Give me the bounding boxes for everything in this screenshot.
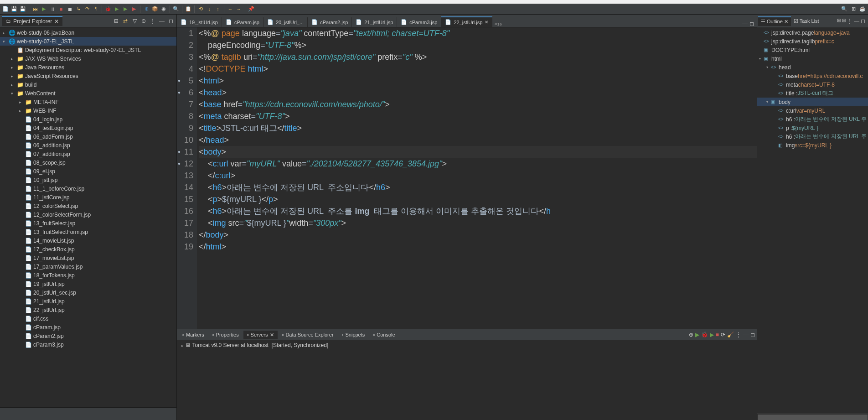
tree-item[interactable]: 📄10_jstl.jsp xyxy=(0,176,176,184)
server-clean-icon[interactable]: 🧹 xyxy=(727,332,734,338)
editor-tab[interactable]: 📄cParam2.jsp xyxy=(308,17,352,27)
code-line[interactable]: <h6>아래는 변수에 저장된 URL 주소입니다</h6> xyxy=(199,181,757,193)
outline-item[interactable]: <>h6 : 아래는 변수에 저장된 URL 주 xyxy=(757,115,868,124)
tree-item[interactable]: 📄18_forTokens.jsp xyxy=(0,271,176,280)
code-line[interactable]: <img src="${myURL }"width="300px"> xyxy=(199,217,757,229)
type-icon[interactable]: ◉ xyxy=(160,5,167,13)
tasklist-tab[interactable]: ☑ Task List xyxy=(791,17,822,26)
code-line[interactable]: </head> xyxy=(199,134,757,146)
tree-item[interactable]: ▸📁JavaScript Resources xyxy=(0,72,176,80)
debug-stop-icon[interactable]: ■ xyxy=(57,5,65,13)
tree-item[interactable]: 📄06_addition.jsp xyxy=(0,141,176,150)
editor-tab[interactable]: 📄22_jstlUrl.jsp✕ xyxy=(441,16,492,27)
tree-item[interactable]: ▸📁build xyxy=(0,80,176,89)
outline-item[interactable]: <>jsp:directive.taglib prefix=c xyxy=(757,37,868,46)
code-line[interactable]: <body> xyxy=(199,146,757,158)
outline-item[interactable]: ▣DOCTYPE:html xyxy=(757,46,868,54)
outline-item[interactable]: ▾▣body xyxy=(757,98,868,106)
project-item[interactable]: ▾🌐web-study-07-EL_JSTL xyxy=(0,37,176,46)
tree-item[interactable]: 📄11_jstlCore.jsp xyxy=(0,193,176,202)
bottom-tab[interactable]: ▫Console xyxy=(369,331,398,339)
server-publish-icon[interactable]: ⟳ xyxy=(721,332,725,338)
tree-item[interactable]: 📄13_fruitSelectForm.jsp xyxy=(0,228,176,236)
new-server-icon[interactable]: ⊕ xyxy=(143,5,150,13)
maximize-icon[interactable]: ◻ xyxy=(167,17,175,25)
close-icon[interactable]: ✕ xyxy=(54,18,59,25)
search-icon[interactable]: 🔍 xyxy=(172,5,180,13)
save-all-icon[interactable]: 💾 xyxy=(19,5,26,13)
server-list[interactable]: ▸ 🖥 Tomcat v9.0 Server at localhost [Sta… xyxy=(177,340,757,350)
close-icon[interactable]: ✕ xyxy=(784,19,788,25)
code-line[interactable]: <h6>아래는 변수에 저장된 URL 주소를 img 태그를 이용해서 이미지… xyxy=(199,205,757,217)
tree-item[interactable]: ▸📁WEB-INF xyxy=(0,106,176,115)
tree-item[interactable]: 📄cif.css xyxy=(0,314,176,323)
minimize-icon[interactable]: — xyxy=(158,17,165,25)
server-stop-icon[interactable]: ■ xyxy=(716,332,719,338)
debug-disconnect-icon[interactable]: ⏹ xyxy=(66,5,73,13)
debug-resume-icon[interactable]: ▶ xyxy=(40,5,47,13)
tabs-overflow[interactable]: »₃₉ xyxy=(494,21,502,27)
outline-item[interactable]: <>jsp:directive.page language=java xyxy=(757,28,868,37)
package-icon[interactable]: 📦 xyxy=(151,5,159,13)
code-line[interactable]: <head> xyxy=(199,87,757,99)
outline-item[interactable]: <>title : JSTL-curl 태그 xyxy=(757,89,868,98)
tree-item[interactable]: 📄20_jstlUrl_sec.jsp xyxy=(0,288,176,297)
code-line[interactable]: </c:url> xyxy=(199,170,757,181)
outline-item[interactable]: ▾▣html xyxy=(757,54,868,63)
code-line[interactable]: pageEncoding="UTF-8"%> xyxy=(199,39,757,51)
link-editor-icon[interactable]: ⇄ xyxy=(122,17,129,25)
code-line[interactable]: <!DOCTYPE html> xyxy=(199,63,757,75)
tree-item[interactable]: 📄06_addForm.jsp xyxy=(0,132,176,141)
outline-item[interactable]: ▾<>head xyxy=(757,63,868,72)
code-line[interactable]: <meta charset="UTF-8"> xyxy=(199,110,757,122)
tree-item[interactable]: ▾📁WebContent xyxy=(0,89,176,98)
tree-item[interactable]: 📄13_fruitSelect.jsp xyxy=(0,219,176,228)
code-line[interactable]: <%@ page language="java" contentType="te… xyxy=(199,27,757,39)
editor-tab[interactable]: 📄cParam.jsp xyxy=(222,17,264,27)
tree-item[interactable]: ▸📁META-INF xyxy=(0,98,176,106)
pin-icon[interactable]: 📌 xyxy=(248,5,255,13)
code-area[interactable]: <%@ page language="java" contentType="te… xyxy=(197,27,757,329)
close-icon[interactable]: ✕ xyxy=(270,332,274,338)
view-menu-icon[interactable]: ⋮ xyxy=(736,332,741,338)
minimize-icon[interactable]: — xyxy=(743,332,749,338)
tree-item[interactable]: 📄04_login.jsp xyxy=(0,115,176,124)
filter-icon[interactable]: ▽ xyxy=(131,17,138,25)
editor-area[interactable]: 1234●5●678910●11●1213141516171819 <%@ pa… xyxy=(177,27,757,329)
debug-pause-icon[interactable]: ⏸ xyxy=(49,5,56,13)
outline-item[interactable]: <>h6 : 아래는 변수에 저장된 URL 주 xyxy=(757,132,868,141)
project-tree[interactable]: ▸🌐web-study-06-javaBean▾🌐web-study-07-EL… xyxy=(0,27,176,407)
close-icon[interactable]: ✕ xyxy=(485,20,488,25)
bottom-tab[interactable]: ▫Markers xyxy=(179,331,208,339)
prev-annotation-icon[interactable]: ↑ xyxy=(214,5,222,13)
tree-item[interactable]: 📄11_1_beforeCore.jsp xyxy=(0,184,176,193)
tree-item[interactable]: 📄04_testLogin.jsp xyxy=(0,124,176,132)
bottom-tab[interactable]: ▫Properties xyxy=(209,331,243,339)
tree-item[interactable]: 📄12_colorSelect.jsp xyxy=(0,202,176,210)
code-line[interactable]: </body> xyxy=(199,229,757,241)
tree-item[interactable]: 📄08_scope.jsp xyxy=(0,158,176,167)
outline-tab[interactable]: ☰ Outline ✕ xyxy=(758,16,791,26)
outline-item[interactable]: <>base href=https://cdn.econovill.c xyxy=(757,72,868,80)
editor-tab[interactable]: 📄19_jstlUrl.jsp xyxy=(177,17,222,27)
quick-access-icon[interactable]: 🔍 xyxy=(841,5,848,13)
next-annotation-icon[interactable]: ↓ xyxy=(206,5,213,13)
run-external-icon[interactable]: ▶ xyxy=(130,5,138,13)
server-new-icon[interactable]: ⊕ xyxy=(689,332,693,338)
code-line[interactable]: </html> xyxy=(199,241,757,253)
step-over-icon[interactable]: ↷ xyxy=(83,5,91,13)
tree-item[interactable]: 📄07_addition.jsp xyxy=(0,150,176,158)
forward-icon[interactable]: → xyxy=(235,5,243,13)
tree-item[interactable]: 📄cParam.jsp xyxy=(0,323,176,332)
save-icon[interactable]: 💾 xyxy=(10,5,18,13)
tree-item[interactable]: 📄cParam2.jsp xyxy=(0,332,176,340)
tree-item[interactable]: 📄21_jstlUrl.jsp xyxy=(0,297,176,306)
view-menu-icon[interactable]: ⋮ xyxy=(847,18,852,24)
perspective-java-icon[interactable]: ☕ xyxy=(859,5,866,13)
code-line[interactable]: <title>JSTL-c:url 태그</title> xyxy=(199,122,757,134)
tree-item[interactable]: 📄12_colorSelectForm.jsp xyxy=(0,210,176,219)
new-icon[interactable]: 📄 xyxy=(2,5,9,13)
back-icon[interactable]: ← xyxy=(227,5,234,13)
server-debug-icon[interactable]: 🐞 xyxy=(701,332,708,338)
tree-item[interactable]: 📄09_el.jsp xyxy=(0,167,176,176)
